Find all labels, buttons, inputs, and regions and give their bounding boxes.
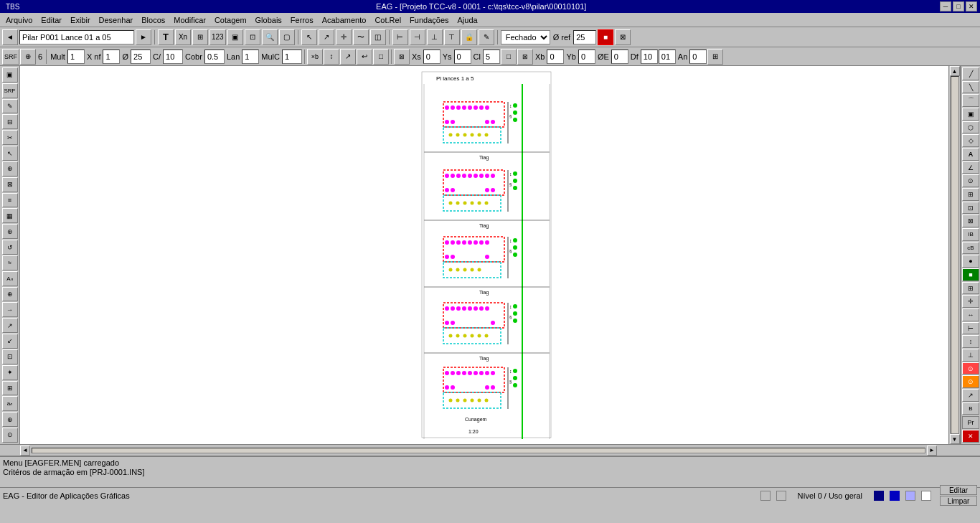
left-btn-8[interactable]: ⊠ [2, 177, 18, 192]
rt-btn-4[interactable]: ▣ [962, 108, 979, 121]
menu-modificar[interactable]: Modificar [169, 14, 210, 26]
fechado-select[interactable]: Fechado [501, 30, 550, 44]
left-btn-20[interactable]: ✦ [2, 365, 18, 380]
rt-btn-18[interactable]: ✛ [962, 295, 979, 308]
left-btn-1[interactable]: ▣ [2, 67, 18, 83]
cl-input[interactable] [483, 50, 500, 64]
scroll-left-btn[interactable]: ◄ [20, 446, 30, 456]
menu-acabamento[interactable]: Acabamento [318, 14, 371, 26]
rt-btn-23[interactable]: ⊙ [962, 362, 979, 375]
editar-button[interactable]: Editar [940, 485, 977, 495]
left-btn-22[interactable]: aₙ [2, 396, 18, 411]
left-btn-5[interactable]: ✂ [2, 130, 18, 145]
left-btn-24[interactable]: ⊙ [2, 428, 18, 443]
tb-v2[interactable]: ⊤ [444, 29, 460, 45]
rt-btn-20[interactable]: ⊢ [962, 322, 979, 335]
menu-globais[interactable]: Globais [251, 14, 286, 26]
rt-btn-19[interactable]: ↔ [962, 308, 979, 321]
rt-btn-10[interactable]: ⊞ [962, 188, 979, 201]
rt-btn-17[interactable]: ⊞ [962, 282, 979, 295]
tb-h2[interactable]: ⊣ [410, 29, 425, 45]
menu-blocos[interactable]: Blocos [137, 14, 169, 26]
tb-cross[interactable]: ✛ [336, 29, 352, 45]
scroll-up-btn[interactable]: ▲ [950, 66, 960, 76]
left-btn-17[interactable]: ↗ [2, 318, 18, 333]
rt-btn-12[interactable]: ⊠ [962, 215, 979, 227]
tb-box2-btn[interactable]: ⊡ [245, 29, 260, 45]
left-btn-2[interactable]: SRF [2, 83, 18, 98]
left-btn-15[interactable]: ⊕ [2, 287, 18, 302]
rt-btn-7-A[interactable]: A [962, 148, 979, 161]
diam-input[interactable] [131, 50, 151, 64]
menu-ajuda[interactable]: Ajuda [453, 14, 482, 26]
rt-btn-22[interactable]: ⊥ [962, 349, 979, 362]
tb-red1[interactable]: ■ [598, 29, 613, 45]
tb-rect-btn[interactable]: ▢ [279, 29, 295, 45]
rt-pr-btn[interactable]: Pr [962, 416, 979, 429]
tb-xn-btn[interactable]: Xn [175, 29, 191, 45]
menu-desenhar[interactable]: Desenhar [95, 14, 138, 26]
left-btn-23[interactable]: ⊕ [2, 412, 18, 427]
tb-arrow1[interactable]: ↖ [301, 29, 317, 45]
yb-input[interactable] [578, 50, 595, 64]
menu-exibir[interactable]: Exibir [66, 14, 95, 26]
tb2-box[interactable]: □ [501, 49, 517, 65]
minimize-button[interactable]: ─ [940, 1, 951, 11]
limpar-button[interactable]: Limpar [940, 496, 977, 506]
tb2-icon2[interactable]: ⊠ [517, 49, 533, 65]
left-btn-19[interactable]: ⊡ [2, 349, 18, 364]
rt-btn-11[interactable]: ⊡ [962, 202, 979, 215]
menu-arquivo[interactable]: Arquivo [1, 14, 37, 26]
left-btn-13[interactable]: ≈ [2, 255, 18, 270]
v-scroll-track[interactable] [951, 76, 959, 434]
ys-input[interactable] [454, 50, 471, 64]
rt-btn-13[interactable]: IB [962, 228, 979, 241]
rt-btn-26[interactable]: B [962, 402, 979, 415]
df-input[interactable] [641, 50, 658, 64]
tb-icon1[interactable]: ⊠ [615, 29, 631, 45]
tb2-xy[interactable]: ×b [307, 49, 323, 65]
maximize-button[interactable]: □ [953, 1, 964, 11]
left-btn-21[interactable]: ⊞ [2, 381, 18, 396]
tb2-arrows[interactable]: ↕ [324, 49, 339, 65]
tb2-sq[interactable]: □ [373, 49, 389, 65]
rt-btn-15[interactable]: ● [962, 255, 979, 268]
scroll-right-btn[interactable]: ► [927, 446, 937, 456]
tb-lock[interactable]: 🔒 [461, 29, 477, 45]
left-btn-6[interactable]: ↖ [2, 146, 18, 161]
left-btn-12[interactable]: ↺ [2, 240, 18, 255]
rt-btn-5[interactable]: ⬡ [962, 121, 979, 134]
mulc-input[interactable] [282, 50, 302, 64]
tb-arrow2[interactable]: ↗ [319, 29, 334, 45]
left-btn-4[interactable]: ⊟ [2, 114, 18, 129]
left-btn-3[interactable]: ✎ [2, 99, 18, 114]
an-input[interactable] [689, 50, 707, 64]
tb-zoom-btn[interactable]: 🔍 [262, 29, 278, 45]
menu-editar[interactable]: Editar [37, 14, 66, 26]
mult-input[interactable] [67, 50, 85, 64]
rt-btn-6[interactable]: ◇ [962, 134, 979, 147]
rt-btn-1[interactable]: ╱ [962, 67, 979, 80]
tb-h1[interactable]: ⊢ [392, 29, 408, 45]
rt-btn-14[interactable]: cB [962, 242, 979, 255]
rt-btn-16-green[interactable]: ■ [962, 268, 979, 281]
tb-grid-btn[interactable]: ⊞ [192, 29, 208, 45]
left-btn-14[interactable]: Aₙ [2, 271, 18, 286]
rt-btn-25[interactable]: ↗ [962, 389, 979, 402]
tb2-grid2[interactable]: ⊞ [707, 49, 723, 65]
left-btn-11[interactable]: ⊛ [2, 224, 18, 239]
oe-input[interactable] [611, 50, 628, 64]
left-btn-9[interactable]: ≡ [2, 193, 18, 208]
left-btn-7[interactable]: ⊕ [2, 161, 18, 176]
lan-input[interactable] [242, 50, 259, 64]
tb2-rot[interactable]: ↩ [357, 49, 372, 65]
left-btn-10[interactable]: ▦ [2, 208, 18, 223]
rt-btn-3[interactable]: ⌒ [962, 94, 979, 107]
tb2-srf[interactable]: SRF [2, 49, 19, 65]
scroll-down-btn[interactable]: ▼ [950, 434, 960, 444]
tb-pen[interactable]: ✎ [479, 29, 494, 45]
left-btn-18[interactable]: ↙ [2, 334, 18, 349]
tb2-cross[interactable]: ⊕ [20, 49, 36, 65]
tb2-icon[interactable]: ⊠ [394, 49, 410, 65]
rt-btn-8[interactable]: ∠ [962, 161, 979, 174]
